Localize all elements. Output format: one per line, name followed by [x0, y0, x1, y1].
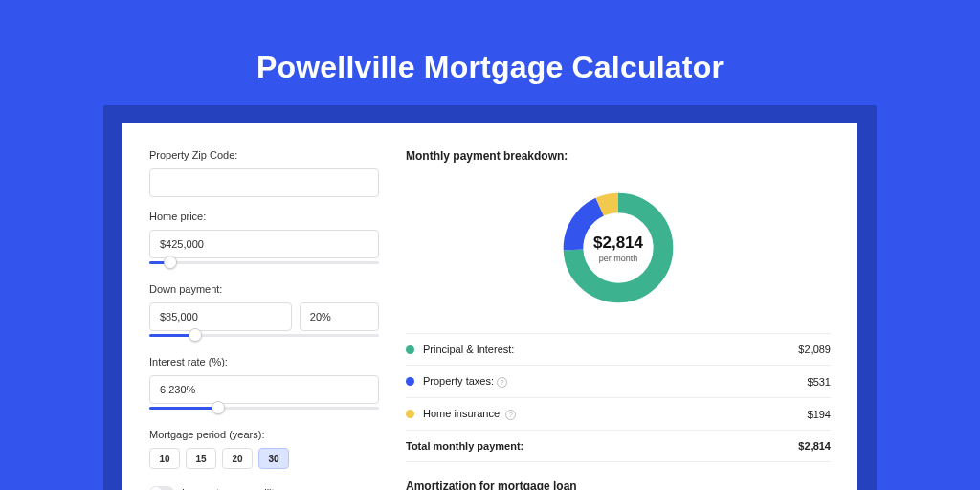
legend-principal-value: $2,089 [798, 344, 831, 355]
down-payment-percent-input[interactable] [300, 302, 379, 331]
dot-icon [406, 377, 414, 386]
zip-input[interactable] [149, 168, 379, 197]
dot-icon [406, 410, 414, 418]
legend-insurance-value: $194 [808, 409, 831, 420]
legend-total-value: $2,814 [798, 440, 831, 452]
info-icon[interactable]: ? [497, 377, 507, 388]
legend-total-label: Total monthly payment: [406, 440, 798, 452]
legend-insurance-label: Home insurance:? [423, 408, 808, 420]
page-title: Powellville Mortgage Calculator [0, 0, 980, 85]
interest-field: Interest rate (%): [149, 356, 379, 415]
form-column: Property Zip Code: Home price: Down paym… [149, 149, 379, 490]
veteran-toggle[interactable] [149, 486, 174, 490]
amortization-section: Amortization for mortgage loan Amortizat… [406, 479, 831, 490]
period-buttons: 10 15 20 30 [149, 448, 379, 469]
legend-total-row: Total monthly payment: $2,814 [406, 431, 831, 461]
interest-slider[interactable] [149, 402, 379, 415]
legend-tax-label: Property taxes:? [423, 375, 808, 388]
donut-center-value: $2,814 [593, 234, 643, 253]
period-15-button[interactable]: 15 [186, 448, 216, 469]
home-price-label: Home price: [149, 211, 379, 222]
zip-field: Property Zip Code: [149, 149, 379, 197]
down-payment-label: Down payment: [149, 283, 379, 295]
breakdown-title: Monthly payment breakdown: [406, 149, 831, 163]
period-field: Mortgage period (years): 10 15 20 30 [149, 429, 379, 469]
interest-input[interactable] [149, 375, 379, 404]
legend-tax-row: Property taxes:? $531 [406, 366, 831, 397]
donut-center-sub: per month [599, 254, 638, 263]
down-payment-field: Down payment: [149, 283, 379, 343]
amortization-title: Amortization for mortgage loan [406, 479, 831, 490]
legend-insurance-row: Home insurance:? $194 [406, 398, 831, 430]
zip-label: Property Zip Code: [149, 149, 379, 161]
home-price-slider[interactable] [149, 256, 379, 270]
home-price-input[interactable] [149, 230, 379, 258]
down-payment-slider[interactable] [149, 329, 379, 343]
veteran-row: I am veteran or military [149, 486, 379, 490]
donut-chart-wrap: $2,814 per month [406, 176, 831, 320]
period-10-button[interactable]: 10 [149, 448, 180, 469]
period-20-button[interactable]: 20 [222, 448, 253, 469]
slider-thumb[interactable] [189, 328, 202, 342]
slider-thumb[interactable] [212, 401, 225, 414]
legend-principal-row: Principal & Interest: $2,089 [406, 334, 831, 365]
home-price-field: Home price: [149, 211, 379, 270]
dot-icon [406, 345, 414, 354]
donut-chart: $2,814 per month [559, 189, 678, 307]
period-label: Mortgage period (years): [149, 429, 379, 440]
calculator-card: Property Zip Code: Home price: Down paym… [122, 122, 858, 490]
slider-thumb[interactable] [164, 256, 177, 269]
down-payment-amount-input[interactable] [149, 302, 292, 331]
period-30-button[interactable]: 30 [258, 448, 289, 469]
info-icon[interactable]: ? [505, 410, 516, 420]
interest-label: Interest rate (%): [149, 356, 379, 368]
breakdown-column: Monthly payment breakdown: $2,814 per mo… [406, 149, 831, 490]
legend-tax-value: $531 [808, 376, 831, 388]
legend-principal-label: Principal & Interest: [423, 344, 798, 355]
